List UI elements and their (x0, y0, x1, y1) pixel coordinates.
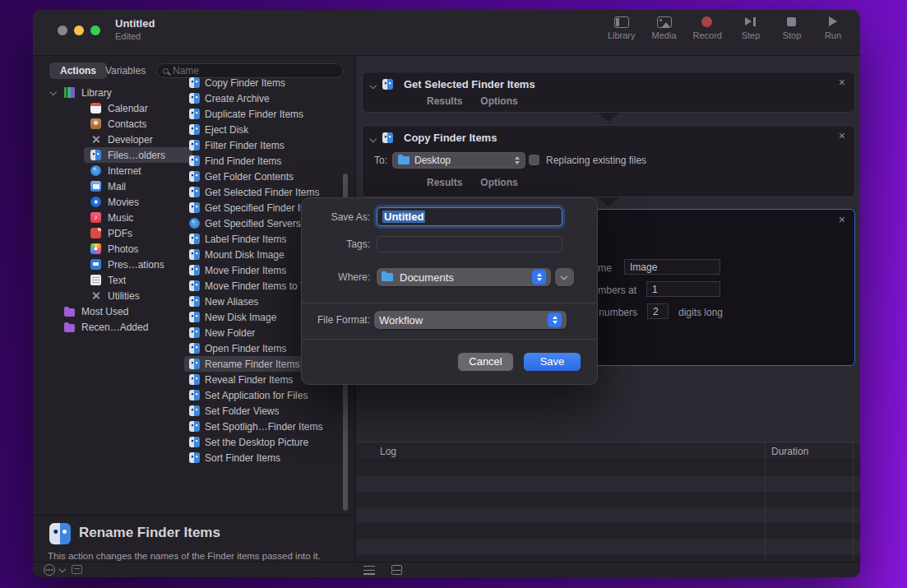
divider (301, 303, 598, 303)
digits-count-input[interactable] (647, 303, 669, 319)
action-list-item[interactable]: Duplicate Finder Items (184, 106, 349, 122)
action-item-icon (189, 124, 200, 135)
save-as-field[interactable]: Untitled (377, 207, 562, 226)
sidebar-item-icon (90, 103, 101, 113)
results-link[interactable]: Results (427, 177, 462, 188)
results-link[interactable]: Results (427, 95, 462, 107)
action-list-item[interactable]: Sort Finder Items (184, 450, 349, 465)
options-link[interactable]: Options (480, 95, 517, 107)
action-list-item[interactable]: Filter Finder Items (184, 137, 349, 153)
action-item-icon (189, 109, 200, 119)
toolbar-button-icon (657, 16, 672, 28)
action-item-label: Get Selected Finder Items (205, 187, 319, 198)
sidebar-item-label: Recen…Added (81, 322, 148, 333)
sidebar-item-label: Music (108, 212, 133, 224)
action-item-icon (189, 343, 200, 354)
action-item-label: Copy Finder Items (205, 77, 285, 89)
action-item-icon (189, 265, 200, 275)
cancel-button[interactable]: Cancel (458, 353, 513, 371)
where-label: Where: (304, 271, 370, 283)
action-item-label: Mount Disk Image (205, 249, 285, 261)
stacked-view-icon[interactable] (391, 565, 402, 575)
toolbar-button[interactable]: Stop (778, 15, 806, 42)
action-item-icon (189, 202, 200, 213)
action-item-label: Set Spotligh…Finder Items (205, 421, 322, 433)
chevron-down-icon[interactable] (59, 566, 66, 572)
save-button[interactable]: Save (524, 353, 581, 371)
zoom-traffic-light[interactable] (90, 25, 100, 35)
disclosure-chevron-icon[interactable] (50, 89, 57, 95)
duration-column-header[interactable]: Duration (771, 446, 808, 457)
action-item-icon (189, 312, 200, 322)
destination-popup[interactable]: Desktop (392, 152, 525, 169)
toolbar-button-icon (743, 16, 758, 28)
log-rows (356, 461, 860, 562)
sidebar-item-label: Photos (108, 243, 138, 255)
toolbar-button-icon (700, 16, 715, 28)
toolbar-button-icon (614, 16, 629, 28)
minimize-traffic-light[interactable] (74, 25, 84, 35)
sidebar-item-label: Internet (108, 165, 141, 177)
close-traffic-light[interactable] (58, 25, 67, 35)
log-column-divider[interactable] (853, 442, 854, 562)
list-view-icon[interactable] (363, 566, 375, 575)
close-icon[interactable]: × (839, 129, 845, 142)
collapse-chevron-icon[interactable] (370, 136, 377, 142)
where-popup[interactable]: Documents (377, 268, 551, 286)
action-item-label: Get Specified Servers (205, 218, 301, 229)
action-item-icon (189, 437, 200, 447)
sidebar-item-icon (90, 118, 101, 129)
toolbar-button[interactable]: Step (737, 15, 765, 42)
action-list-item[interactable]: Copy Finder Items (184, 75, 349, 90)
log-column-divider[interactable] (765, 442, 766, 562)
action-list-item[interactable]: Set Folder Views (184, 403, 349, 419)
action-list-item[interactable]: Eject Disk (184, 122, 349, 137)
toolbar-button[interactable]: Run (819, 15, 847, 42)
action-item-label: New Aliases (205, 296, 258, 308)
action-list-item[interactable]: Find Finder Items (184, 153, 349, 169)
tab-variables[interactable]: Variables (105, 65, 146, 76)
sidebar-item-icon (90, 228, 101, 238)
replacing-files-checkbox[interactable] (529, 155, 539, 165)
action-item-icon (189, 187, 200, 197)
workflow-block-get-selected[interactable]: Get Selected Finder Items × Results Opti… (362, 72, 855, 113)
connector-notch (598, 113, 619, 122)
finder-icon (382, 79, 393, 90)
close-icon[interactable]: × (839, 76, 845, 89)
close-icon[interactable]: × (839, 213, 845, 226)
file-format-popup[interactable]: Workflow (374, 311, 567, 329)
action-item-label: Create Archive (205, 93, 270, 104)
toolbar-button-icon (784, 16, 799, 28)
start-numbers-input[interactable] (646, 281, 720, 297)
action-list-item[interactable]: Set Application for Files (184, 387, 349, 403)
tab-actions[interactable]: Actions (49, 63, 107, 79)
workflow-status-menu-icon[interactable] (44, 564, 55, 576)
action-list-item[interactable]: Set the Desktop Picture (184, 434, 349, 450)
action-item-label: Set Folder Views (205, 405, 280, 417)
where-value: Documents (400, 271, 454, 284)
sidebar-item-icon (90, 165, 101, 176)
expand-dialog-button[interactable] (555, 268, 574, 286)
action-list-item[interactable]: Set Spotligh…Finder Items (184, 419, 349, 434)
toolbar-button[interactable]: Media (650, 15, 678, 42)
options-link[interactable]: Options (480, 177, 517, 188)
log-panel-icon[interactable] (72, 565, 82, 574)
sidebar-item-icon (90, 150, 101, 160)
action-list-item[interactable]: Get Folder Contents (184, 169, 349, 184)
log-column-header[interactable]: Log (380, 446, 396, 457)
collapse-chevron-icon[interactable] (370, 82, 377, 89)
toolbar-button[interactable]: Record (692, 15, 724, 42)
window-footer (33, 562, 860, 577)
log-table-header: Log Duration (356, 442, 860, 461)
workflow-block-copy-finder-items[interactable]: Copy Finder Items × To: Desktop Replacin… (362, 125, 855, 197)
toolbar-button[interactable]: Library (606, 15, 637, 42)
sidebar-item-icon (64, 87, 75, 98)
tags-field[interactable] (377, 236, 562, 252)
new-name-input[interactable] (624, 259, 720, 275)
finder-icon (382, 132, 393, 143)
document-edited-status: Edited (115, 31, 141, 41)
file-format-value: Workflow (379, 314, 423, 326)
toolbar-button-label: Run (825, 30, 841, 40)
action-list-item[interactable]: Create Archive (184, 90, 349, 106)
document-title: Untitled (115, 17, 155, 30)
